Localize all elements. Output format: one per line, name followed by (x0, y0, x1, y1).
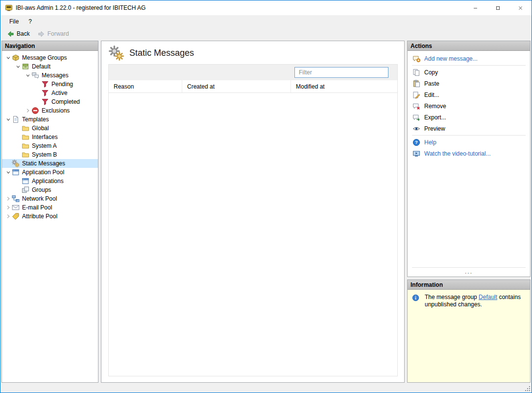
tree-item-templates[interactable]: Templates (2, 115, 98, 124)
tree-item-label: E-mail Pool (22, 204, 52, 211)
window-title: IBI-aws Admin 1.22.0 - registered for IB… (16, 4, 145, 11)
tree-item-pending[interactable]: Pending (2, 80, 98, 89)
back-button[interactable]: Back (3, 29, 34, 39)
tree-item-email-pool[interactable]: E-mail Pool (2, 203, 98, 212)
actions-overflow-indicator[interactable]: ... (412, 267, 526, 277)
applications-icon (22, 177, 29, 185)
information-body: The message group Default contains unpub… (408, 290, 530, 382)
static-messages-icon (12, 160, 20, 167)
action-add-new-message[interactable]: Add new message... (408, 53, 530, 64)
chevron-right-icon[interactable] (5, 195, 12, 202)
title-bar: IBI-aws Admin 1.22.0 - registered for IB… (0, 0, 532, 15)
active-filter-icon (41, 89, 49, 97)
column-header-created-at[interactable]: Created at (182, 80, 291, 92)
action-help[interactable]: Help (408, 137, 530, 148)
tree-item-label: Exclusions (42, 107, 70, 114)
static-messages-title-icon (108, 45, 124, 61)
filter-funnel-icon[interactable] (378, 69, 386, 76)
tree-item-label: Static Messages (22, 160, 65, 167)
close-button[interactable] (509, 0, 532, 15)
tree-item-application-pool[interactable]: Application Pool (2, 168, 98, 177)
page-title: Static Messages (129, 48, 194, 58)
table-header-row: Reason Created at Modified at (109, 80, 397, 93)
chevron-right-icon[interactable] (24, 107, 31, 114)
action-preview[interactable]: Preview (408, 123, 530, 134)
information-header: Information (408, 280, 530, 290)
forward-button[interactable]: Forward (34, 29, 73, 39)
chevron-down-icon[interactable] (5, 116, 12, 123)
attribute-pool-icon (12, 212, 20, 220)
tree-item-network-pool[interactable]: Network Pool (2, 194, 98, 203)
navigation-header: Navigation (2, 41, 98, 51)
export-icon (412, 114, 420, 121)
tree-item-messages[interactable]: Messages (2, 71, 98, 80)
info-icon (412, 294, 419, 301)
content-panel: Static Messages Reason Created at Modifi… (101, 41, 405, 383)
content-title-row: Static Messages (101, 41, 404, 63)
chevron-right-icon[interactable] (5, 204, 12, 211)
folder-icon (22, 133, 29, 141)
tree-item-label: System B (32, 151, 57, 158)
resize-grip-icon[interactable] (525, 386, 530, 391)
column-header-reason[interactable]: Reason (109, 80, 182, 92)
chevron-right-icon[interactable] (5, 213, 12, 220)
column-header-modified-at[interactable]: Modified at (291, 80, 397, 92)
chevron-spacer (15, 151, 22, 158)
chevron-down-icon[interactable] (5, 54, 12, 61)
action-label: Export... (424, 114, 446, 121)
tree-item-label: Groups (32, 186, 51, 193)
action-copy[interactable]: Copy (408, 67, 530, 78)
menu-file[interactable]: File (4, 16, 24, 27)
forward-arrow-icon (38, 30, 45, 38)
action-paste[interactable]: Paste (408, 78, 530, 89)
filter-band (109, 65, 397, 80)
action-export[interactable]: Export... (408, 112, 530, 123)
tree-item-applications[interactable]: Applications (2, 177, 98, 185)
tree-item-message-groups[interactable]: Message Groups (2, 53, 98, 62)
action-label: Edit... (424, 92, 439, 98)
close-icon (518, 5, 523, 11)
menu-help[interactable]: ? (24, 16, 37, 27)
tree-item-completed[interactable]: Completed (2, 97, 98, 106)
status-bar (0, 384, 532, 393)
chevron-spacer (15, 178, 22, 185)
tree-item-active[interactable]: Active (2, 89, 98, 97)
tree-item-default[interactable]: Default (2, 62, 98, 71)
tree-item-static-messages[interactable]: Static Messages (2, 159, 98, 168)
actions-separator (412, 65, 526, 66)
actions-separator (412, 135, 526, 136)
tree-item-label: Network Pool (22, 195, 57, 202)
filter-box (294, 67, 388, 78)
information-panel: Information The message group Default co… (407, 279, 531, 383)
tree-item-groups[interactable]: Groups (2, 185, 98, 194)
edit-icon (412, 91, 420, 99)
action-watch-video-tutorial[interactable]: Watch the video-tutorial... (408, 148, 530, 159)
tree-item-label: Default (32, 63, 50, 70)
chevron-spacer (34, 90, 41, 96)
action-label: Add new message... (424, 55, 478, 62)
filter-input[interactable] (295, 69, 376, 76)
chevron-down-icon[interactable] (15, 63, 22, 70)
chevron-spacer (15, 142, 22, 149)
chevron-down-icon[interactable] (5, 169, 12, 176)
action-edit[interactable]: Edit... (408, 89, 530, 100)
tree-item-system-b[interactable]: System B (2, 150, 98, 159)
maximize-button[interactable] (486, 0, 509, 15)
email-pool-icon (12, 204, 20, 211)
tree-item-attribute-pool[interactable]: Attribute Pool (2, 212, 98, 221)
tree-item-system-a[interactable]: System A (2, 141, 98, 150)
right-column: Actions Add new message... Copy Paste (407, 41, 531, 383)
tree-item-label: Global (32, 125, 49, 132)
tree-item-global[interactable]: Global (2, 124, 98, 133)
actions-panel: Actions Add new message... Copy Paste (407, 41, 531, 277)
minimize-button[interactable] (464, 0, 486, 15)
default-group-link[interactable]: Default (479, 294, 497, 301)
chevron-down-icon[interactable] (24, 72, 31, 79)
tree-item-interfaces[interactable]: Interfaces (2, 133, 98, 141)
templates-icon (12, 116, 20, 123)
tree-item-exclusions[interactable]: Exclusions (2, 106, 98, 115)
action-remove[interactable]: Remove (408, 100, 530, 112)
chevron-spacer (15, 134, 22, 140)
tree-item-label: Templates (22, 116, 49, 123)
tree-item-label: Attribute Pool (22, 213, 57, 220)
